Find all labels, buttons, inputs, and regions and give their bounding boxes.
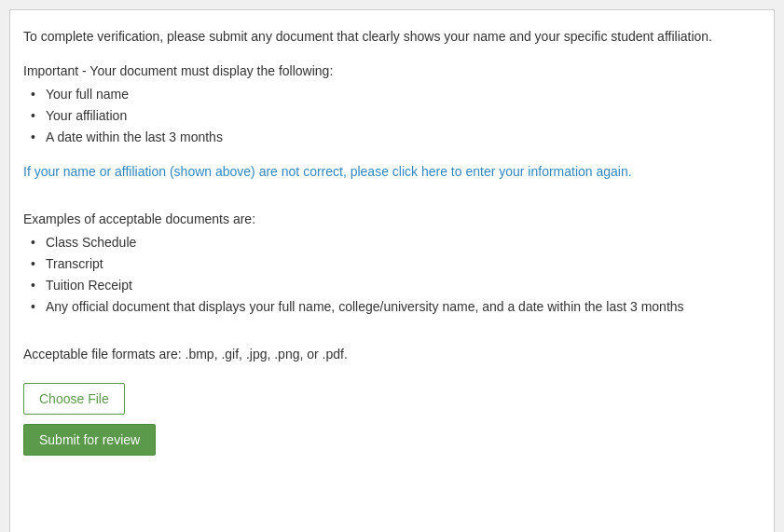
important-bullet-3: A date within the last 3 months xyxy=(31,128,755,147)
examples-bullet-4: Any official document that displays your… xyxy=(31,297,755,317)
important-title: Important - Your document must display t… xyxy=(23,61,755,81)
examples-bullet-list: Class Schedule Transcript Tuition Receip… xyxy=(31,233,755,317)
important-bullet-list: Your full name Your affiliation A date w… xyxy=(31,85,755,147)
examples-bullet-1: Class Schedule xyxy=(31,233,755,252)
important-section: Important - Your document must display t… xyxy=(23,61,755,147)
examples-bullet-3: Tuition Receipt xyxy=(31,276,755,295)
examples-bullet-2: Transcript xyxy=(31,254,755,274)
intro-text: To complete verification, please submit … xyxy=(23,27,755,47)
submit-button[interactable]: Submit for review xyxy=(23,424,156,456)
correction-link[interactable]: If your name or affiliation (shown above… xyxy=(23,162,755,182)
examples-section: Examples of acceptable documents are: Cl… xyxy=(23,210,755,317)
main-container: To complete verification, please submit … xyxy=(9,9,775,532)
buttons-section: Choose File Submit for review xyxy=(23,383,755,456)
important-bullet-1: Your full name xyxy=(31,85,755,104)
examples-title: Examples of acceptable documents are: xyxy=(23,210,755,229)
important-bullet-2: Your affiliation xyxy=(31,106,755,126)
choose-file-button[interactable]: Choose File xyxy=(23,383,125,415)
acceptable-formats: Acceptable file formats are: .bmp, .gif,… xyxy=(23,345,755,364)
